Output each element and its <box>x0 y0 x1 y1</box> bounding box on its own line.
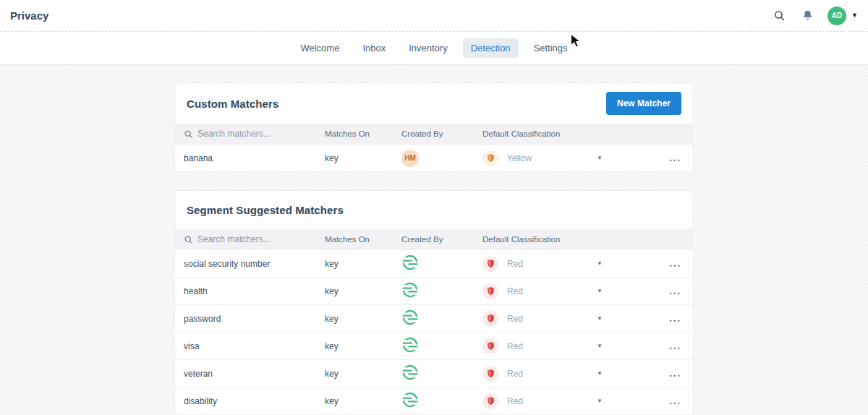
row-actions: ●●● <box>613 396 693 406</box>
segment-logo-icon <box>401 318 419 328</box>
suggested-matchers-card: Segment Suggested Matchers Matches On Cr… <box>174 190 694 415</box>
row-actions: ●●● <box>613 259 693 269</box>
classification-value: Red <box>507 341 523 351</box>
classification-value: Red <box>507 286 523 296</box>
matcher-name: disability <box>175 396 325 406</box>
matches-on-value: key <box>325 314 401 324</box>
search-icon <box>184 235 193 244</box>
table-row: healthkey Red▼●●● <box>175 277 693 304</box>
matches-on-value: key <box>325 153 401 163</box>
search-matchers-input[interactable] <box>197 129 292 139</box>
classification-value: Yellow <box>507 153 532 163</box>
shield-icon <box>482 311 498 327</box>
classification-select[interactable]: Yellow▼ <box>482 150 613 166</box>
segment-logo-icon <box>401 263 419 273</box>
row-menu-button[interactable]: ●●● <box>669 401 681 405</box>
classification-value: Red <box>507 259 523 269</box>
user-menu-caret-icon[interactable]: ▼ <box>851 12 858 19</box>
classification-select[interactable]: Red▼ <box>482 366 613 382</box>
row-menu-button[interactable]: ●●● <box>669 158 681 162</box>
classification-select[interactable]: Red▼ <box>482 256 613 272</box>
created-by-cell <box>401 391 482 411</box>
tab-welcome[interactable]: Welcome <box>292 38 347 58</box>
row-menu-button[interactable]: ●●● <box>669 374 681 377</box>
tab-inventory[interactable]: Inventory <box>401 38 455 58</box>
suggested-matchers-title: Segment Suggested Matchers <box>187 204 344 216</box>
matcher-name: veteran <box>175 369 325 379</box>
row-menu-button[interactable]: ●●● <box>669 319 681 322</box>
row-actions: ●●● <box>613 341 693 351</box>
dropdown-caret-icon[interactable]: ▼ <box>597 370 603 377</box>
col-created-by: Created By <box>401 129 482 138</box>
user-avatar[interactable]: AD <box>827 7 846 25</box>
tab-detection[interactable]: Detection <box>463 38 519 58</box>
top-bar: Privacy AD ▼ <box>0 0 868 32</box>
shield-icon <box>482 150 498 166</box>
matcher-name: visa <box>175 341 325 351</box>
search-icon <box>184 129 193 139</box>
custom-matchers-table-header: Matches On Created By Default Classifica… <box>175 124 693 144</box>
table-row: veterankey Red▼●●● <box>175 359 693 387</box>
matcher-name: health <box>175 286 325 296</box>
row-menu-button[interactable]: ●●● <box>669 291 681 295</box>
search-matchers-input[interactable] <box>197 234 292 244</box>
row-menu-button[interactable]: ●●● <box>669 264 681 268</box>
classification-value: Red <box>507 396 523 406</box>
matcher-name: banana <box>175 153 325 163</box>
segment-logo-icon <box>401 346 419 356</box>
table-row: social security numberkey Red▼●●● <box>175 249 693 277</box>
custom-matchers-header: Custom Matchers New Matcher <box>175 83 693 124</box>
shield-icon <box>482 366 498 382</box>
matcher-search <box>175 234 325 244</box>
col-matches-on: Matches On <box>325 235 401 244</box>
dropdown-caret-icon[interactable]: ▼ <box>597 260 603 267</box>
new-matcher-button[interactable]: New Matcher <box>606 92 681 115</box>
table-row: bananakeyHM Yellow▼●●● <box>175 144 693 171</box>
created-by-cell <box>401 336 482 356</box>
col-default-classification: Default Classification <box>482 235 613 244</box>
classification-select[interactable]: Red▼ <box>482 393 613 409</box>
dropdown-caret-icon[interactable]: ▼ <box>597 398 603 404</box>
creator-avatar: HM <box>401 150 419 167</box>
classification-value: Red <box>507 314 523 324</box>
app-title: Privacy <box>10 9 48 22</box>
user-menu[interactable]: AD ▼ <box>827 7 858 25</box>
dropdown-caret-icon[interactable]: ▼ <box>597 155 603 161</box>
matches-on-value: key <box>325 259 401 269</box>
notifications-bell-icon[interactable] <box>799 8 815 24</box>
classification-select[interactable]: Red▼ <box>482 283 613 299</box>
main-content: Custom Matchers New Matcher Matches On C… <box>0 65 868 415</box>
matches-on-value: key <box>325 396 401 406</box>
tab-inbox[interactable]: Inbox <box>354 38 393 58</box>
shield-icon <box>482 393 498 409</box>
table-row: disabilitykey Red▼●●● <box>175 387 693 414</box>
shield-icon <box>482 283 498 299</box>
matches-on-value: key <box>325 341 401 351</box>
classification-select[interactable]: Red▼ <box>482 338 613 354</box>
created-by-cell <box>401 254 482 273</box>
created-by-cell <box>401 364 482 383</box>
row-actions: ●●● <box>613 369 693 379</box>
table-row: passwordkey Red▼●●● <box>175 304 693 332</box>
dropdown-caret-icon[interactable]: ▼ <box>597 288 603 294</box>
col-created-by: Created By <box>401 235 482 244</box>
classification-select[interactable]: Red▼ <box>482 311 613 327</box>
suggested-matchers-header: Segment Suggested Matchers <box>175 191 693 229</box>
main-navigation: Welcome Inbox Inventory Detection Settin… <box>0 32 868 65</box>
matches-on-value: key <box>325 369 401 379</box>
row-actions: ●●● <box>613 153 693 163</box>
matches-on-value: key <box>325 286 401 296</box>
dropdown-caret-icon[interactable]: ▼ <box>597 315 603 322</box>
col-default-classification: Default Classification <box>482 129 613 138</box>
topbar-actions: AD ▼ <box>771 7 858 25</box>
row-menu-button[interactable]: ●●● <box>669 346 681 350</box>
shield-icon <box>482 256 498 272</box>
row-actions: ●●● <box>613 286 693 296</box>
tab-settings[interactable]: Settings <box>526 38 576 58</box>
custom-matchers-rows: bananakeyHM Yellow▼●●● <box>175 144 693 171</box>
suggested-matchers-table-header: Matches On Created By Default Classifica… <box>175 229 693 249</box>
search-icon[interactable] <box>771 8 787 24</box>
dropdown-caret-icon[interactable]: ▼ <box>597 343 603 349</box>
col-matches-on: Matches On <box>325 129 401 138</box>
segment-logo-icon <box>401 373 419 383</box>
